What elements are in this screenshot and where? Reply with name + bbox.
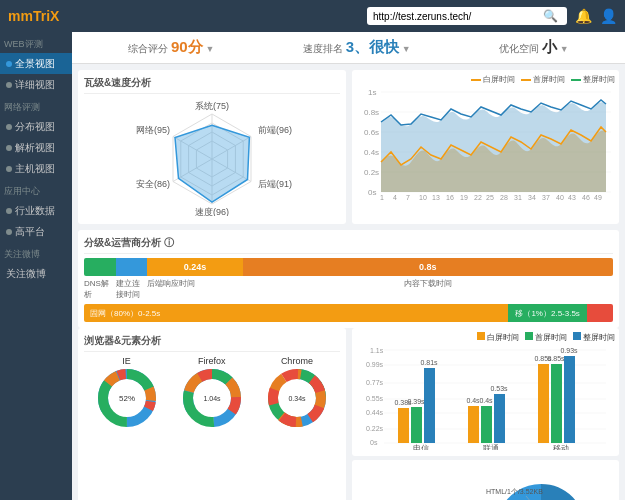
radar-panel: 瓦级&速度分析 <box>78 70 346 224</box>
svg-text:0s: 0s <box>370 439 378 446</box>
grouped-bar-panel: 白屏时间 首屏时间 整屏时间 1.1s 0.99s 0.77s 0.55s 0.… <box>352 328 620 456</box>
sidebar-dot7 <box>6 229 12 235</box>
main-layout: WEB评测 全景视图 详细视图 网络评测 分布视图 解析视图 主机视图 <box>0 32 625 500</box>
svg-text:0.8s: 0.8s <box>364 108 379 117</box>
notification-icon[interactable]: 🔔 <box>575 8 592 24</box>
ie-svg: 52% <box>97 368 157 428</box>
sidebar-dot3 <box>6 124 12 130</box>
isp-bar-mobile: 移（1%）2.5-3.5s <box>508 304 586 322</box>
svg-text:网络(95): 网络(95) <box>136 125 170 135</box>
svg-text:1.1s: 1.1s <box>370 347 384 354</box>
svg-text:1s: 1s <box>368 88 376 97</box>
svg-text:49: 49 <box>594 194 602 201</box>
sidebar-dot <box>6 61 12 67</box>
ie-donut: IE 52% <box>97 356 157 430</box>
svg-text:10: 10 <box>419 194 427 201</box>
grouped-legend: 白屏时间 首屏时间 整屏时间 <box>356 332 616 343</box>
stacked-bar-row1: 0.24s 0.8s <box>84 258 613 276</box>
svg-text:4: 4 <box>393 194 397 201</box>
sidebar-item-dns[interactable]: 解析视图 <box>0 137 72 158</box>
bottom-panels: 浏览器&元素分析 IE 52% <box>72 328 625 500</box>
optimize-label: 优化空间 <box>499 43 539 54</box>
sidebar-item-weibo[interactable]: 关注微博 <box>0 263 72 284</box>
svg-text:46: 46 <box>582 194 590 201</box>
overall-caret[interactable]: ▼ <box>206 44 215 54</box>
stacked-bar-main: 0.24s 0.8s <box>84 258 613 276</box>
svg-text:0.81s: 0.81s <box>420 359 438 366</box>
overall-value: 90分 <box>171 38 203 55</box>
stacked-bar-title: 分级&运营商分析 ⓘ <box>84 236 613 254</box>
svg-text:25: 25 <box>486 194 494 201</box>
firefox-donut: Firefox 1.04s <box>182 356 242 430</box>
svg-text:0.55s: 0.55s <box>366 395 384 402</box>
optimize-caret[interactable]: ▼ <box>560 44 569 54</box>
svg-text:37: 37 <box>542 194 550 201</box>
radar-chart: 系统(75) 前端(96) 后端(91) 速度(96) 安全(86) 网络(95… <box>84 98 340 218</box>
bar-liantong-full <box>494 394 505 443</box>
label-content: 内容下载时间 <box>243 278 613 300</box>
url-input[interactable] <box>373 11 543 22</box>
label-backend: 后端响应时间 <box>147 278 242 300</box>
svg-text:0.99s: 0.99s <box>366 361 384 368</box>
sidebar-section-web: WEB评测 <box>0 32 72 53</box>
svg-text:22: 22 <box>474 194 482 201</box>
bar-liantong-white <box>468 406 479 443</box>
svg-text:安全(86): 安全(86) <box>136 179 170 189</box>
sidebar-dot4 <box>6 145 12 151</box>
sidebar-item-overview[interactable]: 全景视图 <box>0 53 72 74</box>
svg-text:0.22s: 0.22s <box>366 425 384 432</box>
legend-white: 白屏时间 <box>471 74 515 85</box>
user-icon[interactable]: 👤 <box>600 8 617 24</box>
svg-text:31: 31 <box>514 194 522 201</box>
svg-text:0.39s: 0.39s <box>407 398 425 405</box>
right-bottom: 白屏时间 首屏时间 整屏时间 1.1s 0.99s 0.77s 0.55s 0.… <box>352 328 620 500</box>
logo-highlight: mm <box>8 8 33 24</box>
browser-title: 浏览器&元素分析 <box>84 334 340 352</box>
firefox-svg: 1.04s <box>182 368 242 428</box>
firefox-label: Firefox <box>182 356 242 366</box>
search-bar[interactable]: 🔍 <box>367 7 567 25</box>
app-container: mmTriX 🔍 🔔 👤 WEB评测 全景视图 详细视图 网络评测 <box>0 0 625 500</box>
sidebar-item-host[interactable]: 主机视图 <box>0 158 72 179</box>
svg-text:0.93s: 0.93s <box>560 347 578 354</box>
svg-text:34: 34 <box>528 194 536 201</box>
stacked-bar-labels: DNS解析 建立连接时间 后端响应时间 内容下载时间 <box>84 278 613 300</box>
score-bar: 综合评分 90分 ▼ 速度排名 3、很快 ▼ 优化空间 小 ▼ <box>72 32 625 64</box>
svg-text:28: 28 <box>500 194 508 201</box>
sidebar-section-net: 网络评测 <box>0 95 72 116</box>
sidebar-dot5 <box>6 166 12 172</box>
svg-text:系统(75): 系统(75) <box>195 101 229 111</box>
bar-yidong-full <box>564 356 575 443</box>
bar-dianxin-full <box>424 368 435 443</box>
main-content: 综合评分 90分 ▼ 速度排名 3、很快 ▼ 优化空间 小 ▼ <box>72 32 625 500</box>
svg-text:19: 19 <box>460 194 468 201</box>
isp-bar-fixed: 固网（80%）0-2.5s <box>84 304 508 322</box>
overall-label: 综合评分 <box>128 43 168 54</box>
sidebar-section-app: 应用中心 <box>0 179 72 200</box>
search-icon[interactable]: 🔍 <box>543 9 558 23</box>
speed-caret[interactable]: ▼ <box>402 44 411 54</box>
sidebar-label-weibo: 关注微博 <box>6 267 46 280</box>
browser-panel: 浏览器&元素分析 IE 52% <box>78 328 346 500</box>
logo-text: Tri <box>33 8 50 24</box>
svg-text:7: 7 <box>406 194 410 201</box>
svg-text:HTML/1个/3.52KB: HTML/1个/3.52KB <box>486 488 543 495</box>
sidebar-label-overview: 全景视图 <box>15 57 55 70</box>
svg-text:联通: 联通 <box>483 444 499 450</box>
bar-liantong-first <box>481 406 492 443</box>
sidebar-item-platform[interactable]: 高平台 <box>0 221 72 242</box>
grp-legend-full: 整屏时间 <box>573 332 615 343</box>
sidebar-item-detail[interactable]: 详细视图 <box>0 74 72 95</box>
grp-legend-first: 首屏时间 <box>525 332 567 343</box>
svg-text:43: 43 <box>568 194 576 201</box>
legend-full: 整屏时间 <box>571 74 615 85</box>
sidebar-item-dist[interactable]: 分布视图 <box>0 116 72 137</box>
sidebar-label-dns: 解析视图 <box>15 141 55 154</box>
speed-value: 3、很快 <box>346 38 399 55</box>
svg-marker-10 <box>175 125 249 202</box>
header: mmTriX 🔍 🔔 👤 <box>0 0 625 32</box>
svg-text:0.34s: 0.34s <box>288 395 306 402</box>
svg-text:40: 40 <box>556 194 564 201</box>
sidebar-item-industry[interactable]: 行业数据 <box>0 200 72 221</box>
bar-connect <box>116 258 148 276</box>
